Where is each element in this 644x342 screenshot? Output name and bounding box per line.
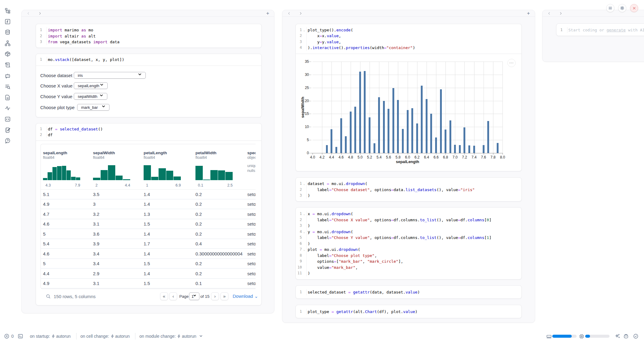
code-token: ] [489,218,492,222]
cell-xyplot-dropdowns-fold-icon: ⌄ [302,229,306,235]
download-button[interactable]: Download ⌄ [233,294,258,299]
cell-df-line: 1df = selected_dataset() [36,126,261,132]
table-row[interactable]: 4.63.41.40.30000000000000004setosa [41,249,256,259]
table-row[interactable]: 4.63.11.50.2setosa [41,219,256,229]
chart-menu-button[interactable]: ••• [507,59,516,67]
cell-plot-encode-linetext: plot_type().encode( [306,27,353,33]
run-mode-value-2[interactable]: autorun [182,334,196,339]
cell-plot-type-line: 1plot_type = getattr(alt.Chart(df), plot… [296,309,521,315]
cell-xyplot-dropdowns-line: 1⌄x = mo.ui.dropdown( [296,211,521,217]
chart-bar [445,130,446,153]
chart-gridline-v [322,62,322,153]
chart-y-tick [309,114,311,114]
table-cell: setosa [247,281,256,286]
column-header-petalWidth[interactable]: petalWidth [195,151,216,155]
cell-plot-encode-linetext: y=y.value, [306,39,341,45]
cell-imports-fold-icon [42,39,47,45]
first-page-button[interactable]: « [160,292,168,300]
chart-bar [331,129,332,153]
column-header-species[interactable]: species [247,151,256,155]
column-header-petalLength[interactable]: petalLength [144,151,167,155]
chart-y-axis-title: sepalWidth [300,95,305,119]
cell-imports[interactable]: 1import marimo as mo2import altair as al… [36,24,262,48]
settings-button[interactable] [618,4,626,12]
column-left-add-cell-icon[interactable]: + [266,10,269,17]
shutdown-button[interactable] [630,4,638,12]
column-header-sepalWidth[interactable]: sepalWidth [93,151,115,155]
table-row[interactable]: 5.43.91.70.4setosa [41,239,256,249]
code-token-op: = [348,290,351,294]
code-token: df [48,127,55,131]
control-select-1[interactable]: sepalLength [74,82,108,89]
code-token: , [356,265,358,270]
cell-plot-encode-lineno: 3 [296,39,302,45]
code-token-op: = [320,247,322,252]
cell-selected-dataset[interactable]: 1selected_dataset = getattr(data, datase… [295,285,522,299]
cell-xyplot-dropdowns-linetext: label="Choose plot type", [306,253,377,259]
chart-gridline-h [313,101,503,101]
histogram-bar [48,172,52,180]
table-row[interactable]: 4.931.40.2setosa [41,199,256,209]
cell-df-line: 2df [36,132,261,138]
cell-selected-dataset-linetext: selected_dataset = getattr(data, dataset… [306,289,420,295]
code-token: ], [398,259,403,264]
table-row[interactable]: 53.61.40.2setosa [41,229,256,239]
column-header-sepalLength[interactable]: sepalLength [43,151,67,155]
cell-plot-encode-linetext: ).interactive().properties(width="contai… [306,45,415,51]
column-middle-add-cell-icon[interactable]: + [527,10,530,17]
code-token-str: "Choose dataset" [331,187,370,192]
chart-y-tick-label: 25 [299,86,309,90]
ram-usage-bar [552,335,577,338]
table-row[interactable]: 5.13.51.40.2setosa [41,189,256,199]
code-token: [ [484,218,487,222]
cell-xyplot-dropdowns-fold-icon [302,217,306,223]
chart-y-tick [309,101,311,101]
code-token-op: = [320,40,322,44]
table-row[interactable]: 53.41.50.2setosa [41,259,256,269]
ram-icon [546,334,552,339]
table-row[interactable]: 4.73.21.30.2setosa [41,209,256,219]
control-select-3[interactable]: mark_bar [77,104,109,111]
cell-plot-type[interactable]: 1plot_type = getattr(alt.Chart(df), plot… [295,305,522,318]
control-select-0[interactable]: iris [74,72,146,79]
chart-bar [350,112,352,153]
page-select[interactable]: 1 [189,293,199,300]
run-mode-value-0[interactable]: autorun [56,334,70,339]
last-page-button[interactable]: » [220,292,228,300]
chart-x-axis-line [311,153,503,153]
code-token-str: "Choose Y value" [331,235,370,240]
table-row[interactable]: 4.93.11.50.1setosa [41,279,256,289]
table-cell: 0.2 [195,211,202,216]
prev-page-button[interactable]: ‹ [169,292,177,300]
cell-xyplot-dropdowns-linetext: ) [306,270,310,276]
table-cell: 3.9 [93,241,99,246]
chart-y-tick-label: 30 [299,73,309,77]
table-row[interactable]: 4.42.91.40.2setosa [41,269,256,279]
next-page-button[interactable]: › [211,292,219,300]
hist-max-sepalLength: 7.9 [43,183,80,187]
cell-xyplot-dropdowns-fold-icon: ⌄ [302,211,306,217]
marimo-app: ++1import marimo as mo2import altair as … [0,0,644,342]
scratchpad-cell[interactable]: 1Start coding or generate with AI [556,23,644,36]
cell-xyplot-dropdowns-linetext: plot = mo.ui.dropdown( [306,247,360,253]
cell-xyplot-dropdowns-lineno: 9 [296,258,302,265]
cell-xyplot-dropdowns[interactable]: 1⌄x = mo.ui.dropdown(2 label="Choose X v… [295,207,522,280]
code-token-fn: value [327,40,339,44]
chart-x-tick-label: 7.8 [488,155,498,159]
scratchpad-icon [5,127,11,133]
cell-xyplot-dropdowns-lineno: 2 [296,217,302,223]
code-token: ( [351,28,353,32]
table-cell: 1.3 [144,211,150,216]
cell-dataset-dropdown-fold-icon [302,187,306,193]
menu-button[interactable] [606,4,614,12]
chart-y-tick-label: 10 [299,125,309,129]
code-token: df.columns. [394,235,420,240]
cell-dataset-dropdown[interactable]: 1⌄dataset = mo.ui.dropdown(2 label="Choo… [295,177,522,201]
cell-xyplot-dropdowns-lineno: 5 [296,235,302,241]
run-mode-value-1[interactable]: autorun [115,334,130,339]
chart-bar [449,120,451,153]
chart-gridline-v [484,62,484,153]
generate-with-ai-link[interactable]: generate [606,28,626,32]
chart-gridline-h [313,75,503,75]
control-select-2[interactable]: sepalWidth [74,93,107,100]
